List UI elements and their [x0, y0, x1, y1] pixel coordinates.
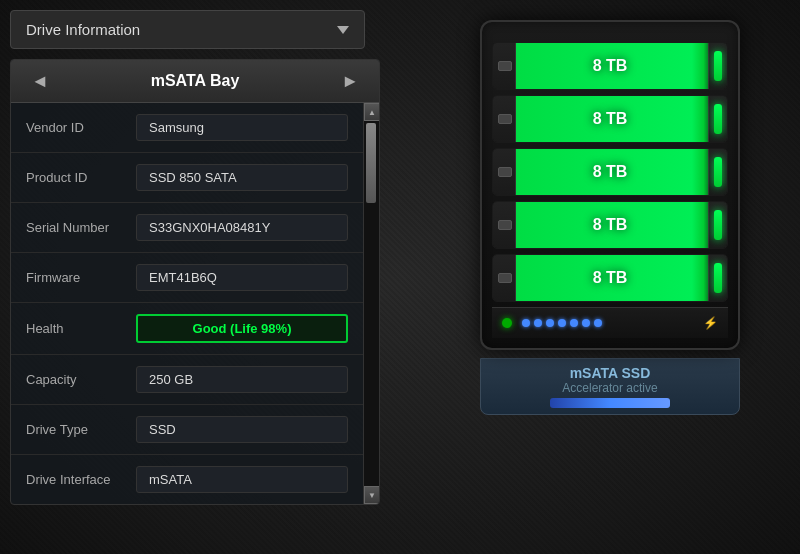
scrollbar-up-button[interactable]: ▲ [364, 103, 380, 121]
nav-right-button[interactable]: ► [326, 71, 374, 92]
panel-body: Vendor IDSamsungProduct IDSSD 850 SATASe… [11, 103, 379, 504]
drive-led [714, 263, 722, 293]
right-panel: 8 TB8 TB8 TB8 TB8 TB ⚡ mSATA SSD Acceler… [440, 20, 780, 415]
info-rows: Vendor IDSamsungProduct IDSSD 850 SATASe… [11, 103, 363, 504]
table-row: Product IDSSD 850 SATA [11, 153, 363, 203]
led-5 [570, 319, 578, 327]
led-3 [546, 319, 554, 327]
row-label: Product ID [26, 170, 136, 185]
panel-header: ◄ mSATA Bay ► [11, 60, 379, 103]
drive-connector [498, 114, 512, 124]
msata-label: mSATA SSD Accelerator active [480, 358, 740, 415]
usb-icon: ⚡ [703, 316, 718, 330]
drive-bay: 8 TB [492, 254, 728, 302]
dropdown-arrow-icon [337, 26, 349, 34]
row-value: mSATA [136, 466, 348, 493]
table-row: HealthGood (Life 98%) [11, 303, 363, 355]
row-value: Good (Life 98%) [136, 314, 348, 343]
scrollbar-down-button[interactable]: ▼ [364, 486, 380, 504]
drive-bay: 8 TB [492, 201, 728, 249]
led-7 [594, 319, 602, 327]
row-label: Serial Number [26, 220, 136, 235]
dropdown-container: Drive Information [10, 10, 390, 49]
drive-label: 8 TB [593, 57, 628, 75]
drive-connector [498, 273, 512, 283]
drive-led [714, 210, 722, 240]
drive-label: 8 TB [593, 110, 628, 128]
info-panel: ◄ mSATA Bay ► Vendor IDSamsungProduct ID… [10, 59, 380, 505]
table-row: Vendor IDSamsung [11, 103, 363, 153]
nas-status-bar: ⚡ [492, 307, 728, 338]
row-value: 250 GB [136, 366, 348, 393]
table-row: Capacity250 GB [11, 355, 363, 405]
drive-label: 8 TB [593, 269, 628, 287]
table-row: FirmwareEMT41B6Q [11, 253, 363, 303]
drive-connector [498, 61, 512, 71]
row-value: SSD [136, 416, 348, 443]
power-led [502, 318, 512, 328]
dropdown-label: Drive Information [26, 21, 140, 38]
nav-left-button[interactable]: ◄ [16, 71, 64, 92]
row-value: S33GNX0HA08481Y [136, 214, 348, 241]
drive-bay: 8 TB [492, 148, 728, 196]
row-value: EMT41B6Q [136, 264, 348, 291]
drive-label: 8 TB [593, 216, 628, 234]
scrollbar[interactable]: ▲ ▼ [363, 103, 379, 504]
drive-bay: 8 TB [492, 42, 728, 90]
table-row: Drive InterfacemSATA [11, 455, 363, 504]
msata-bar [550, 398, 670, 408]
drive-bay: 8 TB [492, 95, 728, 143]
table-row: Drive TypeSSD [11, 405, 363, 455]
led-2 [534, 319, 542, 327]
row-label: Drive Type [26, 422, 136, 437]
drive-connector [498, 167, 512, 177]
led-4 [558, 319, 566, 327]
row-label: Health [26, 321, 136, 336]
msata-title: mSATA SSD [491, 365, 729, 381]
drive-connector [498, 220, 512, 230]
row-label: Vendor ID [26, 120, 136, 135]
panel-title: mSATA Bay [151, 72, 240, 90]
nas-device: 8 TB8 TB8 TB8 TB8 TB ⚡ [480, 20, 740, 350]
scrollbar-area [364, 121, 379, 486]
scrollbar-thumb[interactable] [366, 123, 376, 203]
led-1 [522, 319, 530, 327]
row-value: Samsung [136, 114, 348, 141]
drive-led [714, 104, 722, 134]
msata-subtitle: Accelerator active [491, 381, 729, 395]
drive-led [714, 157, 722, 187]
table-row: Serial NumberS33GNX0HA08481Y [11, 203, 363, 253]
led-6 [582, 319, 590, 327]
row-label: Capacity [26, 372, 136, 387]
left-panel: Drive Information ◄ mSATA Bay ► Vendor I… [10, 10, 390, 505]
activity-leds [522, 319, 602, 327]
row-value: SSD 850 SATA [136, 164, 348, 191]
drive-led [714, 51, 722, 81]
row-label: Drive Interface [26, 472, 136, 487]
drive-label: 8 TB [593, 163, 628, 181]
row-label: Firmware [26, 270, 136, 285]
drive-info-dropdown[interactable]: Drive Information [10, 10, 365, 49]
